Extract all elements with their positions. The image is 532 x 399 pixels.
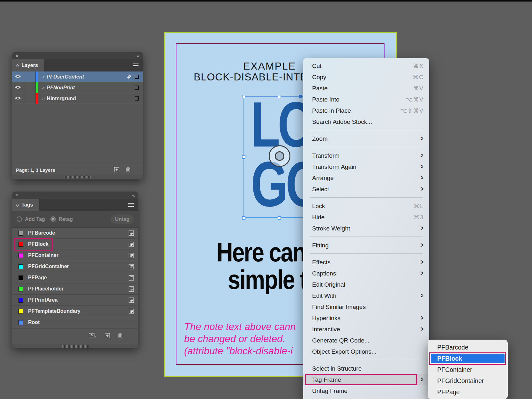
autotag-grid-icon[interactable]	[129, 253, 134, 258]
close-icon[interactable]: ×	[16, 193, 18, 198]
page-heading-line2[interactable]: BLOCK-DISABLE-INTE	[194, 71, 307, 83]
page-body-text-line2[interactable]: simple t	[228, 267, 306, 293]
new-tag-button[interactable]	[105, 333, 110, 339]
collapse-icon[interactable]: «	[137, 53, 139, 58]
submenu-item-pfpage[interactable]: PFPage	[428, 387, 508, 398]
selection-handle-frame-edge[interactable]	[299, 95, 302, 98]
expander-icon[interactable]: >	[42, 96, 45, 101]
tag-row-pfgridcontainer[interactable]: PFGridContainer	[12, 261, 138, 272]
layer-name[interactable]: PFNonPrint	[47, 85, 75, 91]
layer-row-pfusercontent[interactable]: > PFUserContent	[12, 72, 143, 82]
tag-row-pfplaceholder[interactable]: PFPlaceholder	[12, 283, 138, 295]
selection-handle-mid-left[interactable]	[242, 155, 245, 159]
autotag-grid-icon[interactable]	[129, 242, 134, 247]
tag-row-root[interactable]: Root	[12, 317, 138, 328]
tag-row-pfcontainer[interactable]: PFContainer	[12, 250, 138, 261]
menu-item-arrange[interactable]: Arrange>	[303, 172, 429, 184]
menu-item-hyperlinks[interactable]: Hyperlinks>	[303, 312, 429, 324]
menu-item-captions[interactable]: Captions>	[303, 268, 429, 279]
menu-item-select[interactable]: Select>	[303, 184, 429, 195]
layer-row-hintergrund[interactable]: > Hintergrund	[12, 93, 143, 104]
menu-item-zoom[interactable]: Zoom>	[303, 133, 429, 144]
menu-item-transform[interactable]: Transform>	[303, 150, 429, 161]
menu-item-search-adobe-stock[interactable]: Search Adobe Stock...	[303, 116, 429, 127]
autotag-grid-icon[interactable]	[129, 309, 134, 314]
visibility-toggle[interactable]	[12, 82, 24, 93]
menu-item-fitting[interactable]: Fitting>	[303, 240, 429, 251]
lock-column[interactable]	[24, 82, 36, 93]
menu-item-find-similar-images[interactable]: Find Similar Images	[303, 301, 429, 312]
selection-handle-top-left[interactable]	[242, 95, 245, 98]
selection-handle-top-center[interactable]	[278, 95, 281, 98]
autotag-grid-icon[interactable]	[129, 230, 134, 236]
menu-item-interactive[interactable]: Interactive>	[303, 324, 429, 335]
panel-resize-grip[interactable]	[12, 175, 143, 179]
menu-item-hide[interactable]: Hide⌘3	[303, 212, 429, 223]
layer-name[interactable]: PFUserContent	[47, 74, 84, 80]
expander-icon[interactable]: >	[42, 85, 45, 90]
tag-row-pfprintarea[interactable]: PFPrintArea	[12, 295, 138, 306]
page-note-line1[interactable]: The note text above cann	[184, 321, 296, 333]
autotag-grid-icon[interactable]	[129, 297, 134, 303]
panel-menu-icon[interactable]	[133, 64, 139, 67]
selection-handle-bottom-left[interactable]	[242, 216, 245, 220]
expander-icon[interactable]: >	[42, 74, 45, 79]
menu-item-copy[interactable]: Copy⌘C	[303, 72, 429, 83]
new-layer-button[interactable]	[114, 167, 119, 173]
layer-name[interactable]: Hintergrund	[47, 96, 76, 102]
menu-item-untag-frame[interactable]: Untag Frame	[303, 385, 429, 396]
menu-item-edit-original[interactable]: Edit Original	[303, 279, 429, 290]
visibility-toggle[interactable]	[12, 93, 24, 104]
collapse-icon[interactable]: «	[132, 193, 135, 198]
visibility-toggle[interactable]	[12, 72, 24, 82]
menu-item-lock[interactable]: Lock⌘L	[303, 200, 429, 212]
add-tag-radio[interactable]	[17, 216, 22, 222]
menu-item-paste-into[interactable]: Paste Into⌥⌘V	[303, 94, 429, 105]
page-note-line3[interactable]: (attribute "block-disable-i	[184, 345, 293, 357]
layer-target-square[interactable]	[135, 75, 139, 79]
retag-radio[interactable]	[50, 216, 56, 222]
menu-item-effects[interactable]: Effects>	[303, 257, 429, 268]
layer-row-pfnonprint[interactable]: > PFNonPrint	[12, 82, 143, 93]
autotag-grid-icon[interactable]	[129, 264, 134, 269]
close-icon[interactable]: ×	[16, 53, 18, 58]
page-note-line2[interactable]: be changed or deleted.	[184, 333, 285, 345]
delete-layer-button[interactable]	[126, 167, 131, 173]
menu-item-select-in-structure[interactable]: Select in Structure	[303, 363, 429, 374]
new-tag-from-selection-button[interactable]	[89, 333, 97, 340]
layer-target-square[interactable]	[135, 86, 139, 90]
page-body-text-line1[interactable]: Here can	[217, 239, 305, 266]
tag-name: PFGridContainer	[28, 264, 69, 269]
tab-tags[interactable]: ◇ Tags	[12, 199, 39, 211]
tag-row-pfpage[interactable]: PFPage	[12, 272, 138, 283]
autotag-grid-icon[interactable]	[129, 275, 134, 281]
menu-item-paste-in-place[interactable]: Paste in Place⌥⇧⌘V	[303, 105, 429, 116]
lock-column[interactable]	[24, 72, 36, 82]
page-heading-line1[interactable]: EXAMPLE	[243, 60, 296, 72]
selection-handle-bottom-center[interactable]	[278, 216, 281, 220]
menu-item-tag-frame[interactable]: Tag Frame >	[303, 374, 429, 385]
tab-layers[interactable]: ◇ Layers	[12, 59, 44, 72]
panel-menu-icon[interactable]	[128, 203, 134, 207]
menu-item-paste[interactable]: Paste⌘V	[303, 83, 429, 94]
context-menu: Cut⌘X Copy⌘C Paste⌘V Paste Into⌥⌘V Paste…	[303, 58, 429, 399]
lock-column[interactable]	[24, 93, 36, 104]
content-grabber-center[interactable]	[275, 151, 284, 161]
submenu-item-pfcontainer[interactable]: PFContainer	[428, 364, 508, 375]
autotag-grid-icon[interactable]	[129, 286, 134, 292]
tag-row-pfbarcode[interactable]: PFBarcode	[12, 228, 138, 239]
submenu-item-pfgridcontainer[interactable]: PFGridContainer	[428, 375, 508, 387]
menu-item-transform-again[interactable]: Transform Again>	[303, 161, 429, 172]
menu-item-object-export-options[interactable]: Object Export Options...	[303, 346, 429, 357]
submenu-item-pfbarcode[interactable]: PFBarcode	[428, 342, 508, 353]
layer-target-square[interactable]	[135, 96, 139, 101]
tag-row-pftemplateboundary[interactable]: PFTemplateBoundary	[12, 306, 138, 317]
menu-item-generate-qr-code[interactable]: Generate QR Code...	[303, 335, 429, 346]
menu-item-stroke-weight[interactable]: Stroke Weight>	[303, 223, 429, 234]
delete-tag-button[interactable]	[118, 333, 123, 339]
untag-button[interactable]: Untag	[111, 215, 134, 224]
submenu-item-pfblock[interactable]: PFBlock	[431, 354, 505, 363]
panel-resize-grip[interactable]	[12, 344, 138, 348]
menu-item-cut[interactable]: Cut⌘X	[303, 60, 429, 72]
menu-item-edit-with[interactable]: Edit With>	[303, 290, 429, 301]
